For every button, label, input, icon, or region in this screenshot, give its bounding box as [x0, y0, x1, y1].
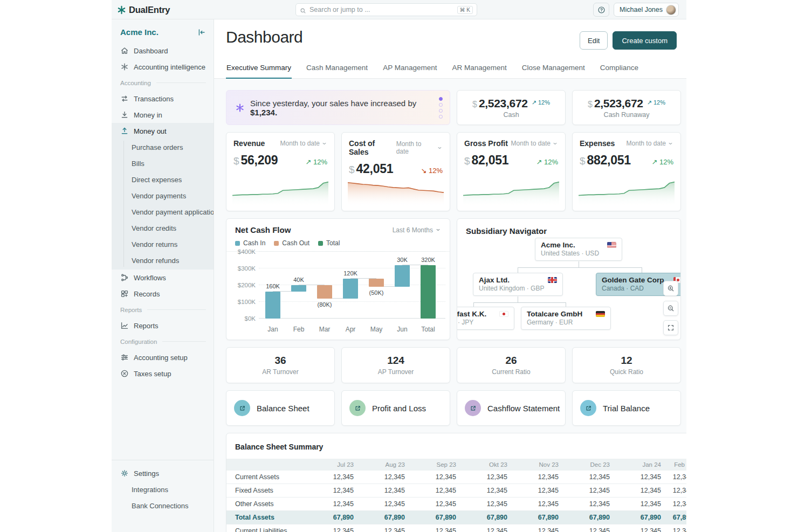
carousel-dot-2[interactable] [439, 109, 443, 113]
ratio-label: AR Turnover [262, 368, 298, 376]
waterfall-bar-may[interactable] [369, 279, 384, 287]
sidebar-item-vendor-returns[interactable]: Vendor returns [112, 236, 214, 252]
avatar [666, 5, 676, 15]
sidebar-item-money-out[interactable]: Money out [112, 123, 214, 139]
y-tick-label: $100K [232, 299, 256, 305]
org-node-ajax-ltd[interactable]: Ajax Ltd. United Kingdom · GBP [473, 273, 563, 296]
ratio-card-quick-ratio: 12Quick Ratio [572, 347, 681, 383]
waterfall-bar-jun[interactable] [395, 265, 410, 287]
zoom-out-button[interactable] [663, 301, 678, 316]
bs-column-header: Feb 24 [669, 459, 686, 471]
kpi-period-dropdown[interactable]: Month to date [280, 140, 327, 147]
home-icon [120, 46, 129, 55]
insight-banner[interactable]: Since yesterday, your sales have increas… [226, 90, 450, 125]
sidebar-item-bank-connections[interactable]: Bank Connections [112, 498, 214, 514]
sidebar-collapse-icon[interactable] [197, 28, 206, 37]
ratio-card-current-ratio: 26Current Ratio [457, 347, 566, 383]
sidebar-item-vendor-payment-applications[interactable]: Vendor payment applications [112, 204, 214, 220]
report-link-cashflow-statement[interactable]: Cashflow Statement [457, 390, 566, 426]
carousel-dot-3[interactable] [439, 115, 443, 119]
question-icon [597, 6, 606, 14]
records-icon [120, 289, 129, 298]
sidebar-item-integrations[interactable]: Integrations [112, 481, 214, 498]
main-area: Dashboard Edit Create custom Executive S… [214, 19, 686, 532]
kpi-card-expenses: ExpensesMonth to date $882,051↗ 12% [572, 132, 681, 211]
waterfall-bar-feb[interactable] [291, 285, 306, 292]
sidebar-item-purchase-orders[interactable]: Purchase orders [112, 139, 214, 155]
sidebar-item-reports[interactable]: Reports [112, 317, 214, 334]
bs-column-header: Jan 24 [617, 459, 669, 471]
waterfall-bar-label: 160K [258, 283, 288, 289]
sidebar-item-vendor-payments[interactable]: Vendor payments [112, 188, 214, 204]
tab-ap-management[interactable]: AP Management [382, 64, 437, 79]
sparkle-icon [120, 63, 129, 71]
user-menu-button[interactable]: Michael Jones [614, 3, 679, 17]
carousel-dot-0[interactable] [439, 97, 443, 101]
kpi-value: 42,051 [356, 162, 394, 176]
period-dropdown[interactable]: Last 6 Months [393, 226, 441, 234]
kpi-period-dropdown[interactable]: Month to date [396, 140, 443, 155]
sidebar-item-transactions[interactable]: Transactions [112, 91, 214, 107]
x-axis-label: Total [413, 326, 443, 333]
org-switcher[interactable]: Acme Inc. [120, 27, 159, 37]
sidebar-item-dashboard[interactable]: Dashboard [112, 43, 214, 59]
flag-us-icon [607, 242, 616, 248]
org-node-movefast-k-k[interactable]: Movefast K.K. Japan · JPY [457, 307, 514, 330]
waterfall-bar-jan[interactable] [265, 292, 280, 319]
tab-cash-management[interactable]: Cash Management [306, 64, 368, 79]
org-node-acme-inc[interactable]: Acme Inc. United States · USD [535, 238, 622, 261]
report-link-profit-and-loss[interactable]: Profit and Loss [341, 390, 450, 426]
chart-icon [120, 321, 129, 330]
gear-icon [120, 469, 129, 478]
sidebar-item-taxes-setup[interactable]: Taxes setup [112, 365, 214, 382]
org-chart: Acme Inc. United States · USD Ajax Ltd. … [457, 219, 680, 340]
report-link-label: Profit and Loss [372, 404, 426, 413]
sidebar-item-accounting-intelligence[interactable]: Accounting intelligence [112, 59, 214, 75]
sidebar-item-direct-expenses[interactable]: Direct expenses [112, 171, 214, 188]
app-logo[interactable]: DualEntry [117, 0, 170, 19]
sidebar-item-money-in[interactable]: Money in [112, 107, 214, 123]
tab-executive-summary[interactable]: Executive Summary [226, 64, 292, 79]
sidebar-nav: DashboardAccounting intelligenceAccounti… [112, 43, 214, 382]
carousel-dot-1[interactable] [439, 103, 443, 107]
expand-button[interactable] [663, 320, 678, 335]
workflow-icon [120, 273, 129, 282]
waterfall-bar-apr[interactable] [343, 279, 358, 299]
search-input[interactable]: Search or jump to ... ⌘ K [295, 3, 477, 16]
org-node-totalcare-gmbh[interactable]: Totalcare GmbH Germany · EUR [521, 307, 611, 330]
cash-card: $2,523,672↗ 12%Cash [457, 90, 566, 125]
waterfall-bar-total[interactable] [421, 265, 436, 319]
kpi-period-dropdown[interactable]: Month to date [627, 140, 673, 147]
create-custom-button[interactable]: Create custom [613, 31, 677, 50]
tab-compliance[interactable]: Compliance [600, 64, 639, 79]
sidebar-item-accounting-setup[interactable]: Accounting setup [112, 349, 214, 365]
cash-value: 2,523,672 [594, 97, 643, 110]
kpi-period-dropdown[interactable]: Month to date [511, 140, 558, 147]
subsidiary-navigator-title: Subsidiary Navigator [466, 226, 547, 236]
waterfall-bar-label: 40K [284, 277, 314, 283]
org-node-name: Golden Gate Corp. [602, 276, 666, 284]
currency-symbol: $ [580, 155, 586, 167]
sidebar-item-workflows[interactable]: Workflows [112, 270, 214, 286]
report-link-label: Cashflow Statement [487, 404, 560, 413]
tab-ar-management[interactable]: AR Management [451, 64, 507, 79]
sidebar-item-bills[interactable]: Bills [112, 155, 214, 171]
help-button[interactable] [593, 3, 609, 17]
edit-button[interactable]: Edit [580, 31, 608, 50]
waterfall-chart: $400K$300K$200K$100K$0K160KJan40KFeb(80K… [226, 251, 450, 336]
sidebar-item-settings[interactable]: Settings [112, 465, 214, 481]
user-name: Michael Jones [620, 6, 663, 13]
sidebar-item-records[interactable]: Records [112, 286, 214, 302]
zoom-in-button[interactable] [663, 281, 678, 296]
external-link-icon [234, 400, 250, 416]
report-link-trial-balance[interactable]: Trial Balance [572, 390, 681, 426]
sidebar-item-vendor-refunds[interactable]: Vendor refunds [112, 252, 214, 268]
kpi-sparkline [463, 177, 559, 206]
org-node-name: Movefast K.K. [457, 310, 486, 318]
tab-close-management[interactable]: Close Management [521, 64, 586, 79]
report-link-balance-sheet[interactable]: Balance Sheet [226, 390, 335, 426]
currency-symbol: $ [233, 155, 239, 167]
sliders-icon [120, 353, 129, 362]
sidebar-item-vendor-credits[interactable]: Vendor credits [112, 220, 214, 236]
waterfall-bar-mar[interactable] [317, 285, 332, 299]
